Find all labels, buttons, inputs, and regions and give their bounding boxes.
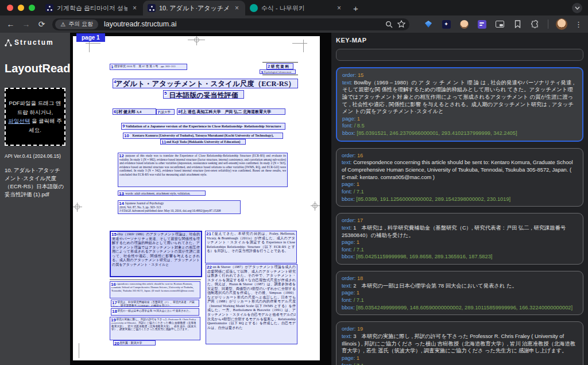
layout-box-4[interactable]: 4アダルト・アタッチメント・スタイル尺度（ECR-RS） (113, 79, 298, 88)
layout-box-15[interactable]: 15Bowlby（1969−1980）のアタッチメント理論は、社会的発達やパーソ… (110, 231, 202, 277)
extension-f-icon[interactable] (477, 19, 487, 29)
document-viewer[interactable]: page 1 1心理学研究 2016 年 第 87 巻 第 3 号 pp. 30… (70, 33, 331, 365)
tab-close-icon[interactable]: × (335, 4, 343, 12)
close-window-button[interactable] (7, 5, 13, 11)
keymap-card-order-18[interactable]: order: 18text: 2 本研究の一部は日本心理学会第 78 回大会にお… (336, 271, 583, 315)
keymap-field-page: page: 1 (342, 239, 578, 246)
structum-logo-icon (5, 39, 12, 46)
layout-box-8[interactable]: 8村上 達也 高知工科大学 戸田 弘二 北海道教育大学 (177, 108, 285, 115)
layout-box-order-label: 21 (206, 231, 212, 236)
bookmark-star-icon[interactable] (397, 20, 406, 29)
layout-box-order-label: 5 (164, 91, 167, 96)
tab-title: 수식 - 나무위키 (261, 4, 332, 13)
trim-mark (75, 204, 80, 209)
structum-extension-icon[interactable]: ✦ (441, 19, 451, 29)
picture-in-picture-icon[interactable] (494, 19, 505, 29)
tab-strip: 기계학습 옵티마이저 성능 평가.pdf×10. アダルト·アタッチメント·スタ… (0, 0, 588, 15)
site-security-chip[interactable]: ⚠ 주의 요함 (55, 20, 98, 29)
layout-box-7[interactable]: 7筑波大学 (156, 109, 175, 115)
profile-avatar[interactable] (556, 18, 567, 30)
keymap-field-font: font: / 7.1 (342, 297, 578, 304)
sidebar: Structum LayoutReadr PDF파일을 드래그 앤 드랍 하시거… (0, 33, 70, 365)
pdf-page[interactable]: page 1 1心理学研究 2016 年 第 87 巻 第 3 号 pp. 30… (73, 36, 320, 360)
memoji-extension-icon[interactable] (459, 19, 469, 29)
tab-title: 기계학습 옵티마이저 성능 평가.pdf (57, 4, 127, 13)
layout-box-order-label: 14 (118, 201, 125, 206)
extensions-puzzle-icon[interactable] (530, 19, 540, 29)
layout-box-20[interactable]: 204 現所属：新潟大学 (113, 340, 156, 345)
layout-box-order-label: 11 (161, 139, 167, 145)
header-rule (262, 75, 298, 75)
namuwiki-favicon-icon (250, 4, 258, 12)
trim-mark (79, 343, 79, 358)
dropzone-text: PDF파일을 드래그 앤 드랍 하시거나, (9, 100, 61, 115)
structum-favicon-icon (148, 4, 156, 12)
layout-box-14[interactable]: 14The Japanese Journal of Psychology 201… (118, 200, 241, 214)
browser-tab-3[interactable]: 수식 - 나무위키× (245, 1, 347, 15)
layout-box-12[interactable]: 12The purpose of this study was to trans… (118, 153, 288, 187)
layout-box-order-label: 15 (111, 232, 117, 237)
tab-close-icon[interactable]: × (131, 4, 138, 12)
layout-box-1[interactable]: 1心理学研究 2016 年 第 87 巻 第 3 号 pp. 303−313 (110, 64, 187, 70)
layout-box-order-label: 12 (118, 153, 125, 158)
warning-icon: ⚠ (60, 21, 65, 28)
keymap-card-order-19[interactable]: order: 19text: 3 本研究の実施に際し , 邦訳の許可を下さった … (336, 321, 583, 365)
keymap-field-page: page: 1 (342, 289, 578, 297)
layout-box-13[interactable]: 13Key words: adult attachment, attachmen… (118, 191, 206, 196)
keymap-field-bbox: bbox: [85.03542499999999, 148.6059000000… (342, 304, 578, 312)
keymap-field-font: font: / 7.1 (342, 362, 578, 365)
layout-box-text: 日本語版の妥当性評価 1,2 (164, 91, 243, 99)
layout-box-18[interactable]: 182 本研究の一部は日本心理学会第 78 回大会において発表された。 (111, 308, 199, 316)
layout-box-order-label: 10 (123, 133, 130, 138)
layout-box-text: 2 本研究の一部は日本心理学会第 78 回大会において発表された。 (111, 309, 199, 313)
back-icon[interactable]: ← (6, 20, 16, 29)
layout-box-3[interactable]: 3Psychological Advancement (260, 69, 296, 74)
browser-tab-2[interactable]: 10. アダルト·アタッチメント·スタ× (143, 1, 245, 15)
layout-box-16[interactable]: 16Correspondence concerning this article… (110, 281, 200, 298)
zoom-page-icon[interactable] (384, 20, 393, 29)
layout-box-order-label: 18 (111, 309, 118, 314)
zoom-window-button[interactable] (29, 5, 35, 11)
layout-box-order-label: 1 (110, 64, 114, 69)
keymap-field-order: order: 19 (342, 325, 578, 333)
gem-extension-icon[interactable] (423, 19, 434, 29)
keymap-card-order-17[interactable]: order: 17text: 1 本研究は , 科学研究費補助金（基盤研究（C）… (336, 213, 583, 265)
keymap-field-order: order: 18 (342, 275, 578, 282)
keymap-field-bbox: bbox: [85.0389, 191.12560000000002, 289.… (342, 196, 578, 203)
keymap-field-order: order: 17 (342, 217, 578, 224)
new-tab-button[interactable]: + (347, 1, 364, 15)
page-number-badge: page 1 (76, 33, 105, 42)
address-bar[interactable]: ⚠ 주의 요함 layoutreadr.structum.ai (52, 18, 409, 30)
layout-box-order-label: 2 (267, 64, 270, 69)
layout-box-order-label: 6 (113, 109, 117, 114)
tab-search-button[interactable] (572, 3, 582, 13)
layout-box-19[interactable]: 193 本研究の実施に際し、邦訳の許可を下さった Professor R. Ch… (110, 317, 200, 340)
keymap-card-order-15[interactable]: order: 15text: Bowlby（1969 – 1980）の ア タ … (336, 67, 583, 142)
tab-close-icon[interactable]: × (233, 4, 241, 12)
header-rule (262, 62, 298, 63)
layout-box-17[interactable]: 171 本研究は、科学研究費補助金（基盤研究（C）、研究代表者：戸田 弘二、研究… (111, 300, 199, 307)
layout-box-5[interactable]: 5日本語版の妥当性評価 1,2 (163, 90, 244, 99)
layout-box-2[interactable]: 2研 究 資 料 (266, 63, 293, 69)
browser-menu-icon[interactable]: ⋮ (575, 20, 582, 29)
reload-icon[interactable]: ⟳ (37, 20, 47, 29)
forward-icon[interactable]: → (21, 20, 31, 29)
minimize-window-button[interactable] (18, 5, 24, 11)
layout-box-order-label: 8 (177, 109, 181, 114)
keymap-card-order-16[interactable]: order: 16text: Correspondence concerning… (336, 148, 583, 207)
layout-box-10[interactable]: 10Kentaro Komura (University of Tsukuba)… (123, 133, 283, 139)
layout-box-9[interactable]: 9Validation of a Japanese version of the… (121, 123, 285, 130)
layout-box-text: Bowlby（1969−1980）のアタッチメント理論は、社会的発達やパーソナリ… (111, 232, 201, 267)
file-select-link[interactable]: 파일선택 (8, 118, 30, 124)
layout-box-22[interactable]: 22Hazan & Shaver（1987）がアタッチメント理論を成人の恋愛関係… (206, 264, 297, 344)
keymap-field-text: text: 3 本研究の実施に際し , 邦訳の許可を下さった Professor… (342, 333, 578, 355)
pdf-dropzone[interactable]: PDF파일을 드래그 앤 드랍 하시거나, 파일선택 을 클릭해 주세요. (5, 88, 65, 146)
browser-tab-1[interactable]: 기계학습 옵티마이저 성능 평가.pdf× (41, 1, 143, 15)
keymap-search-box[interactable] (336, 49, 583, 61)
layout-box-6[interactable]: 6古村 健太郎 3,4 (113, 108, 156, 115)
layout-box-text: Psychological Advancement (260, 70, 295, 74)
layout-box-order-label: 4 (113, 79, 117, 84)
layout-box-21[interactable]: 21して捉えてきた。本研究の目的は、Fraley, Heffernan, Vic… (205, 231, 297, 263)
layout-box-11[interactable]: 11and Koji Toda (Hokkaido University of … (160, 139, 246, 145)
bookmark-flag-icon[interactable] (512, 19, 523, 29)
